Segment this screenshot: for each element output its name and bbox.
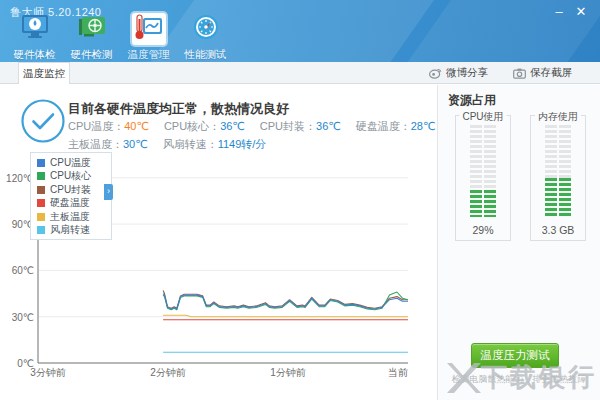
x-axis-tick: 1分钟前	[258, 366, 318, 380]
subtab-temp-monitor[interactable]: 温度监控	[18, 62, 70, 84]
legend-item: 主板温度	[37, 210, 111, 224]
tab-hardware-detect[interactable]: 硬件检测	[63, 13, 120, 62]
tab-temperature[interactable]: 温度管理	[120, 13, 177, 62]
legend-label: 主板温度	[50, 210, 90, 224]
stress-test-description: 检测电脑散热能力，排查散热故障	[438, 373, 600, 386]
monitor-checkup-icon	[20, 13, 50, 45]
tab-performance-test[interactable]: 性能测试	[177, 13, 234, 62]
y-axis-tick: 30℃	[4, 312, 34, 323]
memory-usage-label: 内存使用	[535, 110, 581, 124]
legend-item: CPU核心	[37, 170, 111, 184]
temperature-stress-test-button[interactable]: 温度压力测试	[471, 343, 559, 368]
legend-color-swatch	[37, 186, 45, 194]
legend-item: 风扇转速	[37, 224, 111, 238]
legend-label: 硬盘温度	[50, 196, 90, 210]
legend-collapse-arrow[interactable]: ›	[104, 184, 113, 200]
check-circle-icon	[20, 98, 66, 148]
status-stats-line2: 主板温度：30℃ 风扇转速：1149转/分	[68, 137, 278, 152]
weibo-share-button[interactable]: 微博分享	[429, 65, 488, 81]
cpu-usage-gauge: CPU使用 29%	[455, 115, 511, 241]
weibo-share-label: 微博分享	[446, 66, 488, 80]
legend-label: CPU温度	[50, 156, 91, 170]
legend-color-swatch	[37, 213, 45, 221]
save-screenshot-label: 保存截屏	[530, 66, 572, 80]
speedometer-icon	[191, 13, 221, 45]
gpu-card-icon	[77, 13, 107, 45]
x-axis-tick: 2分钟前	[138, 366, 198, 380]
tab-label: 硬件体检	[6, 48, 63, 62]
main-nav: 硬件体检 硬件检测	[6, 13, 234, 62]
legend-item: 硬盘温度	[37, 197, 111, 211]
tab-label: 温度管理	[120, 48, 177, 62]
legend-color-swatch	[37, 199, 45, 207]
camera-icon	[513, 68, 526, 79]
legend-color-swatch	[37, 159, 45, 167]
legend-color-swatch	[37, 226, 45, 234]
resource-title: 资源占用	[448, 92, 496, 109]
legend-item: CPU温度	[37, 156, 111, 170]
tab-label: 硬件检测	[63, 48, 120, 62]
memory-usage-value: 3.3 GB	[531, 224, 585, 236]
legend-label: 风扇转速	[50, 223, 90, 237]
memory-usage-gauge: 内存使用 3.3 GB	[530, 115, 586, 241]
minimize-button[interactable]: –	[550, 4, 568, 20]
title-bar: 鲁大师 5.20.1240 – ✕ 硬件体检	[0, 0, 600, 62]
sub-tab-bar: 温度监控 微博分享 保存截屏	[0, 62, 600, 84]
tab-hardware-checkup[interactable]: 硬件体检	[6, 13, 63, 62]
tab-label: 性能测试	[177, 48, 234, 62]
save-screenshot-button[interactable]: 保存截屏	[513, 65, 572, 81]
y-axis-tick: 60℃	[4, 265, 34, 276]
x-axis-tick: 当前	[368, 366, 428, 380]
x-axis-tick: 3分钟前	[18, 366, 78, 380]
chart-legend: CPU温度CPU核心CPU封装硬盘温度主板温度风扇转速	[30, 152, 112, 240]
close-button[interactable]: ✕	[572, 4, 590, 20]
legend-label: CPU封装	[50, 183, 91, 197]
temperature-monitor-panel: 目前各硬件温度均正常，散热情况良好 CPU温度：40℃ CPU核心：36℃ CP…	[0, 84, 437, 400]
legend-item: CPU封装	[37, 183, 111, 197]
legend-color-swatch	[37, 172, 45, 180]
app-window: 鲁大师 5.20.1240 – ✕ 硬件体检	[0, 0, 600, 400]
status-stats-line1: CPU温度：40℃ CPU核心：36℃ CPU封装：36℃ 硬盘温度：28℃	[68, 119, 447, 134]
thermometer-icon	[134, 13, 164, 45]
cpu-usage-value: 29%	[456, 224, 510, 236]
legend-label: CPU核心	[50, 169, 91, 183]
cpu-usage-label: CPU使用	[459, 110, 506, 124]
weibo-icon	[429, 67, 442, 79]
resource-sidebar: 资源占用 CPU使用 29% 内存使用 3.3 GB 温度压力测试 检测电脑散热…	[437, 85, 600, 400]
status-title: 目前各硬件温度均正常，散热情况良好	[68, 100, 289, 118]
